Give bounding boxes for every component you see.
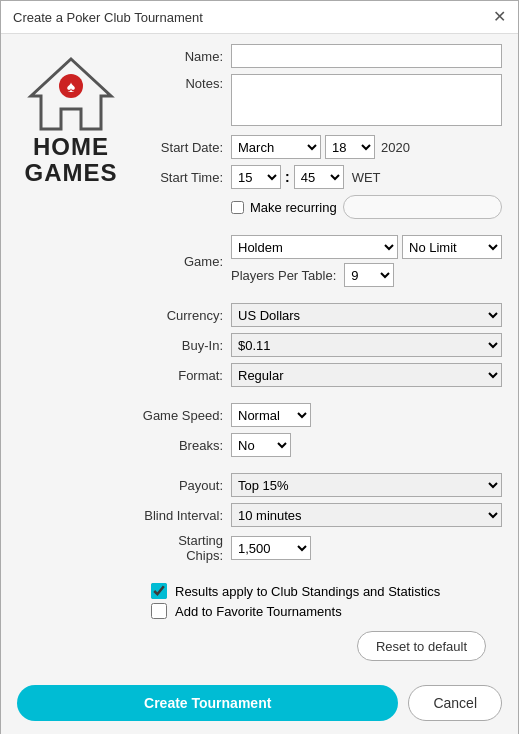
- month-select[interactable]: March JanuaryFebruary AprilMayJune JulyA…: [231, 135, 321, 159]
- favorite-checkbox[interactable]: [151, 603, 167, 619]
- currency-row: Currency: US Dollars Play Money: [141, 303, 502, 327]
- minute-select[interactable]: 45: [294, 165, 344, 189]
- game-row: Game: Holdem Omaha No Limit Pot Limit Fi…: [141, 235, 502, 287]
- name-row: Name:: [141, 44, 502, 68]
- format-label: Format:: [141, 368, 231, 383]
- logo-text: HOME GAMES: [24, 134, 117, 187]
- svg-text:♠: ♠: [67, 78, 76, 95]
- recurring-input[interactable]: [343, 195, 502, 219]
- notes-control: [231, 74, 502, 129]
- starting-chips-label: Starting Chips:: [141, 533, 231, 563]
- currency-select[interactable]: US Dollars Play Money: [231, 303, 502, 327]
- start-time-control: 15 : 45 WET: [231, 165, 502, 189]
- payout-label: Payout:: [141, 478, 231, 493]
- results-label: Results apply to Club Standings and Stat…: [175, 584, 440, 599]
- create-tournament-button[interactable]: Create Tournament: [17, 685, 398, 721]
- blind-interval-select[interactable]: 10 minutes 5 minutes 15 minutes: [231, 503, 502, 527]
- blind-interval-control: 10 minutes 5 minutes 15 minutes: [231, 503, 502, 527]
- breaks-control: No Yes: [231, 433, 502, 457]
- favorite-checkbox-row: Add to Favorite Tournaments: [141, 603, 502, 619]
- right-panel: Name: Notes: Start Date: March: [141, 44, 518, 667]
- timezone-text: WET: [352, 170, 381, 185]
- breaks-row: Breaks: No Yes: [141, 433, 502, 457]
- game-limit-select[interactable]: No Limit Pot Limit Fixed Limit: [402, 235, 502, 259]
- payout-select[interactable]: Top 15% Top 10% Top 20% Winner Takes All: [231, 473, 502, 497]
- blind-interval-label: Blind Interval:: [141, 508, 231, 523]
- breaks-label: Breaks:: [141, 438, 231, 453]
- game-control: Holdem Omaha No Limit Pot Limit Fixed Li…: [231, 235, 502, 287]
- start-time-label: Start Time:: [141, 170, 231, 185]
- recurring-row: Make recurring: [141, 195, 502, 219]
- format-select[interactable]: Regular Turbo Hyper-Turbo: [231, 363, 502, 387]
- make-recurring-label: Make recurring: [250, 200, 337, 215]
- buyin-label: Buy-In:: [141, 338, 231, 353]
- format-control: Regular Turbo Hyper-Turbo: [231, 363, 502, 387]
- game-speed-control: Normal Fast Slow: [231, 403, 502, 427]
- starting-chips-select[interactable]: 1,500 2,000 3,000 5,000: [231, 536, 311, 560]
- reset-button[interactable]: Reset to default: [357, 631, 486, 661]
- notes-label: Notes:: [141, 74, 231, 91]
- start-time-row: Start Time: 15 : 45 WET: [141, 165, 502, 189]
- game-speed-select[interactable]: Normal Fast Slow: [231, 403, 311, 427]
- reset-button-row: Reset to default: [141, 623, 502, 667]
- notes-row: Notes:: [141, 74, 502, 129]
- title-bar: Create a Poker Club Tournament ✕: [1, 1, 518, 34]
- day-select[interactable]: 18: [325, 135, 375, 159]
- name-control: [231, 44, 502, 68]
- results-checkbox-row: Results apply to Club Standings and Stat…: [141, 583, 502, 599]
- year-text: 2020: [381, 140, 410, 155]
- currency-control: US Dollars Play Money: [231, 303, 502, 327]
- buyin-select[interactable]: $0.11 $0.25$0.50$1.00: [231, 333, 502, 357]
- notes-input[interactable]: [231, 74, 502, 126]
- name-label: Name:: [141, 49, 231, 64]
- buyin-row: Buy-In: $0.11 $0.25$0.50$1.00: [141, 333, 502, 357]
- favorite-label: Add to Favorite Tournaments: [175, 604, 342, 619]
- game-speed-label: Game Speed:: [141, 408, 231, 423]
- close-button[interactable]: ✕: [493, 9, 506, 25]
- payout-row: Payout: Top 15% Top 10% Top 20% Winner T…: [141, 473, 502, 497]
- home-games-logo-icon: ♠: [26, 54, 116, 134]
- logo-line2: GAMES: [24, 160, 117, 186]
- start-date-control: March JanuaryFebruary AprilMayJune JulyA…: [231, 135, 502, 159]
- make-recurring-checkbox[interactable]: [231, 201, 244, 214]
- start-date-label: Start Date:: [141, 140, 231, 155]
- cancel-button[interactable]: Cancel: [408, 685, 502, 721]
- players-per-table-label: Players Per Table:: [231, 268, 336, 283]
- game-speed-row: Game Speed: Normal Fast Slow: [141, 403, 502, 427]
- results-checkbox[interactable]: [151, 583, 167, 599]
- players-per-table-select[interactable]: 9 234 567 8: [344, 263, 394, 287]
- hour-select[interactable]: 15: [231, 165, 281, 189]
- buyin-control: $0.11 $0.25$0.50$1.00: [231, 333, 502, 357]
- starting-chips-row: Starting Chips: 1,500 2,000 3,000 5,000: [141, 533, 502, 563]
- create-tournament-dialog: Create a Poker Club Tournament ✕ ♠ HOME …: [0, 0, 519, 734]
- dialog-body: ♠ HOME GAMES Name: Notes:: [1, 34, 518, 677]
- name-input[interactable]: [231, 44, 502, 68]
- logo-line1: HOME: [24, 134, 117, 160]
- game-type-select[interactable]: Holdem Omaha: [231, 235, 398, 259]
- dialog-title: Create a Poker Club Tournament: [13, 10, 203, 25]
- blind-interval-row: Blind Interval: 10 minutes 5 minutes 15 …: [141, 503, 502, 527]
- start-date-row: Start Date: March JanuaryFebruary AprilM…: [141, 135, 502, 159]
- bottom-buttons: Create Tournament Cancel: [1, 677, 518, 734]
- format-row: Format: Regular Turbo Hyper-Turbo: [141, 363, 502, 387]
- currency-label: Currency:: [141, 308, 231, 323]
- game-label: Game:: [141, 254, 231, 269]
- payout-control: Top 15% Top 10% Top 20% Winner Takes All: [231, 473, 502, 497]
- starting-chips-control: 1,500 2,000 3,000 5,000: [231, 536, 502, 560]
- time-colon: :: [285, 169, 290, 185]
- breaks-select[interactable]: No Yes: [231, 433, 291, 457]
- left-panel: ♠ HOME GAMES: [1, 44, 141, 667]
